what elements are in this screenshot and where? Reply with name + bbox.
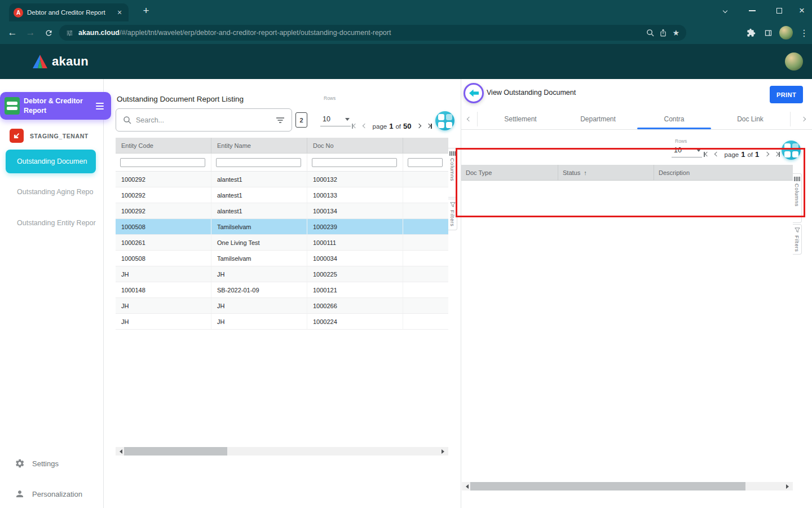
back-arrow-icon bbox=[469, 89, 479, 97]
share-icon[interactable] bbox=[659, 29, 667, 37]
funnel-icon bbox=[450, 202, 456, 208]
grid-view-button[interactable] bbox=[782, 141, 801, 160]
active-tab-underline bbox=[637, 128, 711, 129]
column-header-status[interactable]: Status↑ bbox=[558, 165, 654, 180]
tab-doc-link[interactable]: Doc Link bbox=[712, 108, 788, 130]
user-avatar[interactable] bbox=[785, 52, 803, 71]
next-page-button[interactable] bbox=[417, 124, 421, 128]
prev-page-button[interactable] bbox=[715, 152, 718, 156]
tab-title: Debtor and Creditor Report bbox=[27, 9, 111, 16]
detail-tabs: Settlement Department Contra Doc Link bbox=[461, 108, 812, 130]
filter-lines-icon[interactable] bbox=[276, 117, 285, 124]
filter-input-clipped[interactable] bbox=[408, 158, 443, 167]
person-icon bbox=[15, 489, 25, 499]
applet-label: Debtor & Creditor Report bbox=[24, 97, 87, 115]
sidebar-collapse-icon[interactable] bbox=[91, 98, 108, 115]
columns-side-tab[interactable]: Columns bbox=[793, 173, 802, 223]
table-row[interactable]: JHJH1000224 bbox=[116, 314, 448, 330]
rows-per-page-select[interactable]: 10 bbox=[320, 114, 351, 126]
column-header-doc-no[interactable]: Doc No bbox=[307, 138, 403, 153]
table-row[interactable]: 1000508Tamilselvam1000034 bbox=[116, 251, 448, 266]
first-page-button[interactable] bbox=[352, 124, 357, 129]
filter-input-entity-code[interactable] bbox=[120, 158, 205, 167]
column-header-entity-name[interactable]: Entity Name bbox=[211, 138, 307, 153]
sidebar-item-outstanding-document[interactable]: Outstanding Documen bbox=[6, 150, 96, 173]
tab-settlement[interactable]: Settlement bbox=[484, 108, 557, 130]
print-button[interactable]: PRINT bbox=[770, 86, 803, 103]
applet-button[interactable]: Debtor & Creditor Report bbox=[0, 92, 111, 120]
sidebar-item-outstanding-entity[interactable]: Outstanding Entity Repor bbox=[17, 219, 103, 227]
table-row-selected[interactable]: 1000508Tamilselvam1000239 bbox=[116, 219, 448, 235]
filters-side-tab[interactable]: Filters bbox=[448, 199, 457, 230]
table-row[interactable]: JHJH1000225 bbox=[116, 266, 448, 282]
omnibox[interactable]: akaun.cloud/#/applet/tnt/wavelet/erp/deb… bbox=[59, 25, 686, 41]
detail-table-empty-body bbox=[461, 181, 793, 217]
extensions-puzzle-icon[interactable] bbox=[743, 21, 759, 44]
minimize-button[interactable] bbox=[744, 0, 760, 21]
scroll-left-arrow[interactable] bbox=[116, 447, 124, 456]
filter-input-entity-name[interactable] bbox=[216, 158, 301, 167]
tab-close-icon[interactable]: × bbox=[115, 8, 124, 17]
favicon-icon: A bbox=[14, 8, 23, 17]
search-icon bbox=[123, 116, 131, 124]
filters-side-tab[interactable]: Filters bbox=[793, 224, 802, 255]
sidebar-item-outstanding-aging[interactable]: Outstanding Aging Repo bbox=[17, 188, 103, 196]
prev-page-button[interactable] bbox=[363, 124, 367, 128]
table-row[interactable]: 1000292alantest11000132 bbox=[116, 172, 448, 187]
back-nav-icon[interactable]: ← bbox=[5, 21, 20, 44]
search-input[interactable] bbox=[136, 116, 271, 124]
personalization-button[interactable]: Personalization bbox=[15, 489, 82, 499]
browser-tab[interactable]: A Debtor and Creditor Report × bbox=[9, 3, 129, 21]
site-settings-icon[interactable] bbox=[66, 29, 73, 37]
column-header-clipped bbox=[403, 138, 448, 153]
back-button[interactable] bbox=[464, 83, 484, 103]
browser-menu-dots-icon[interactable]: ⋮ bbox=[796, 21, 812, 44]
rows-per-page-select[interactable]: 10 bbox=[672, 145, 702, 157]
table-row[interactable]: 1000148SB-2022-01-091000121 bbox=[116, 282, 448, 298]
logo-text: akaun bbox=[52, 54, 89, 69]
first-page-button[interactable] bbox=[704, 152, 709, 157]
tabs-scroll-right-icon[interactable] bbox=[798, 108, 809, 130]
akaun-logo[interactable]: akaun bbox=[33, 54, 89, 69]
browser-tabstrip: A Debtor and Creditor Report × + × bbox=[0, 0, 812, 21]
new-tab-button[interactable]: + bbox=[139, 3, 153, 18]
scroll-right-arrow[interactable] bbox=[440, 447, 448, 456]
side-panel-icon[interactable] bbox=[760, 21, 776, 44]
maximize-button[interactable] bbox=[771, 0, 787, 21]
next-page-button[interactable] bbox=[765, 152, 769, 156]
tabs-scroll-left-icon[interactable] bbox=[464, 108, 475, 130]
tenant-row[interactable]: STAGING_TENANT bbox=[10, 129, 89, 143]
filter-row bbox=[116, 154, 448, 172]
settings-button[interactable]: Settings bbox=[15, 458, 59, 468]
tab-search-chevron-icon[interactable] bbox=[717, 0, 733, 21]
refresh-icon[interactable] bbox=[41, 21, 56, 44]
multi-page-icon[interactable]: 2 bbox=[295, 112, 307, 128]
column-header-doc-type[interactable]: Doc Type bbox=[461, 165, 558, 180]
detail-horizontal-scrollbar[interactable] bbox=[462, 482, 793, 491]
scrollbar-thumb[interactable] bbox=[124, 447, 227, 456]
scroll-left-arrow[interactable] bbox=[462, 482, 470, 491]
table-row[interactable]: JHJH1000266 bbox=[116, 298, 448, 314]
filter-input-doc-no[interactable] bbox=[312, 158, 397, 167]
table-row[interactable]: 1000292alantest11000134 bbox=[116, 203, 448, 219]
zoom-icon[interactable] bbox=[646, 29, 654, 37]
column-header-description[interactable]: Description bbox=[654, 165, 793, 180]
forward-nav-icon[interactable]: → bbox=[23, 21, 38, 44]
rows-label: Rows bbox=[675, 138, 687, 144]
columns-side-tab[interactable]: Columns bbox=[448, 148, 457, 198]
table-row[interactable]: 1000292alantest11000133 bbox=[116, 187, 448, 203]
browser-profile-avatar[interactable] bbox=[779, 26, 793, 40]
tab-department[interactable]: Department bbox=[560, 108, 636, 130]
grid-view-button[interactable] bbox=[435, 111, 454, 130]
listing-horizontal-scrollbar[interactable] bbox=[116, 447, 448, 456]
last-page-button[interactable] bbox=[775, 152, 780, 157]
tab-contra[interactable]: Contra bbox=[636, 108, 712, 130]
scroll-right-arrow[interactable] bbox=[784, 482, 793, 491]
column-header-entity-code[interactable]: Entity Code bbox=[116, 138, 211, 153]
detail-pagination: page1of1 bbox=[704, 147, 780, 161]
scrollbar-thumb[interactable] bbox=[470, 482, 745, 491]
last-page-button[interactable] bbox=[427, 124, 432, 129]
bookmark-star-icon[interactable]: ★ bbox=[672, 28, 679, 37]
window-close-button[interactable]: × bbox=[794, 0, 810, 21]
table-row[interactable]: 1000261One Living Test1000111 bbox=[116, 235, 448, 251]
